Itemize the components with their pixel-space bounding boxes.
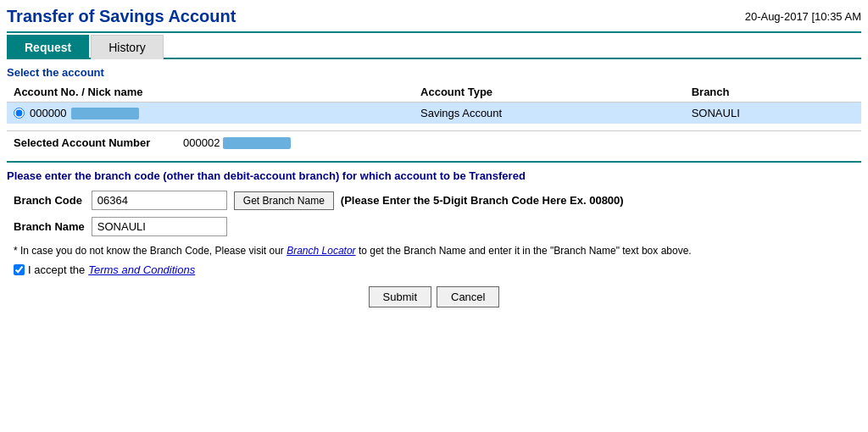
tab-history[interactable]: History [91, 35, 164, 59]
branch-name-input[interactable] [92, 217, 227, 236]
form-grid: Branch Code Get Branch Name (Please Ente… [7, 191, 861, 236]
col-account-type: Account Type [414, 82, 685, 102]
terms-row: I accept the Terms and Conditions [14, 263, 854, 276]
account-no-blurred [71, 108, 139, 119]
selected-account-label: Selected Account Number [14, 136, 183, 149]
page-title: Transfer of Savings Account [7, 7, 236, 26]
account-radio[interactable] [14, 108, 25, 119]
terms-checkbox[interactable] [14, 264, 25, 275]
page-container: Transfer of Savings Account 20-Aug-2017 … [0, 0, 868, 432]
cancel-button[interactable]: Cancel [437, 286, 499, 307]
branch-cell: SONAULI [685, 102, 861, 125]
account-table: Account No. / Nick name Account Type Bra… [7, 82, 861, 124]
selected-account-blurred [223, 137, 291, 149]
account-no-prefix: 000000 [30, 107, 66, 119]
datetime: 20-Aug-2017 [10:35 AM [745, 10, 861, 23]
selected-value: 000002 [183, 136, 291, 149]
action-buttons: Submit Cancel [7, 286, 861, 307]
branch-code-input[interactable] [92, 191, 227, 210]
get-branch-name-button[interactable]: Get Branch Name [234, 191, 334, 210]
terms-prefix: I accept the [28, 263, 85, 276]
instruction-text: Please enter the branch code (other than… [7, 169, 861, 182]
terms-link[interactable]: Terms and Conditions [88, 263, 195, 276]
account-type-cell: Savings Account [414, 102, 685, 125]
section-divider [7, 161, 861, 163]
branch-hint: (Please Enter the 5-Digit Branch Code He… [341, 194, 861, 207]
branch-name-label: Branch Name [14, 220, 85, 233]
info-text: * In case you do not know the Branch Cod… [14, 243, 854, 258]
header-row: Transfer of Savings Account 20-Aug-2017 … [7, 3, 861, 33]
submit-button[interactable]: Submit [369, 286, 431, 307]
select-account-label: Select the account [7, 59, 861, 82]
info-line2: to get the Branch Name and enter it in t… [356, 245, 692, 257]
table-row: 000000 Savings Account SONAULI [7, 102, 861, 125]
selected-account-prefix: 000002 [183, 136, 220, 149]
selected-account-row: Selected Account Number 000002 [7, 130, 861, 154]
col-branch: Branch [685, 82, 861, 102]
col-account-no: Account No. / Nick name [7, 82, 414, 102]
tab-request[interactable]: Request [7, 35, 89, 59]
account-no-cell: 000000 [7, 102, 414, 125]
branch-locator-link[interactable]: Branch Locator [287, 245, 355, 257]
branch-code-label: Branch Code [14, 194, 85, 207]
info-line1: * In case you do not know the Branch Cod… [14, 245, 287, 257]
tabs-bar: Request History [7, 33, 861, 59]
